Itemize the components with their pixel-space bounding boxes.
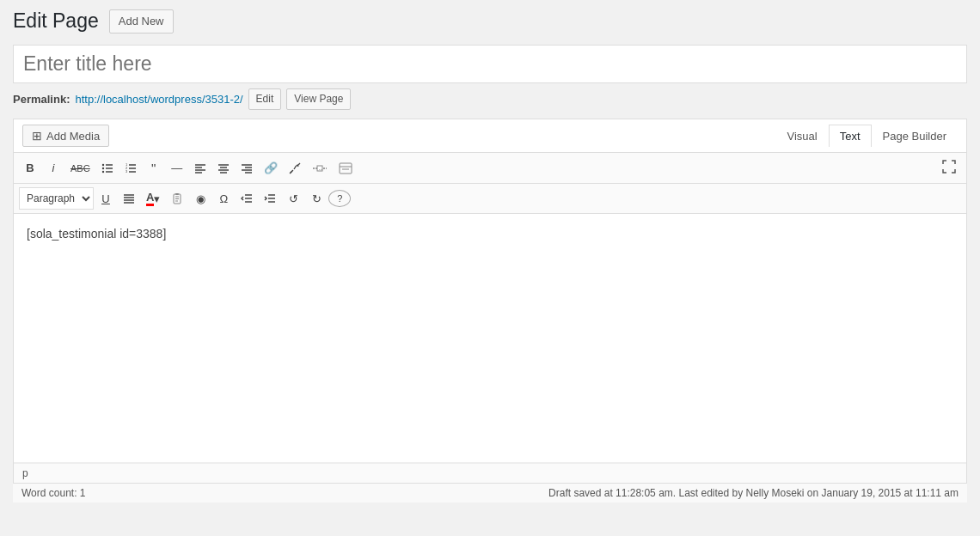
paragraph-select[interactable]: Paragraph bbox=[19, 187, 94, 210]
toggle-toolbar-button[interactable] bbox=[334, 157, 358, 180]
svg-point-5 bbox=[101, 170, 103, 172]
svg-point-4 bbox=[101, 167, 103, 168]
fullscreen-button[interactable] bbox=[937, 156, 961, 180]
horizontal-rule-button[interactable]: — bbox=[166, 157, 188, 180]
word-count-value: 1 bbox=[80, 487, 86, 499]
add-media-icon: ⊞ bbox=[32, 129, 42, 143]
toolbar-row-1: B i ABC 123 " — 🔗 bbox=[14, 153, 966, 184]
page-wrap: Edit Page Add New Permalink: http://loca… bbox=[0, 0, 980, 536]
page-header: Edit Page Add New bbox=[13, 9, 967, 34]
word-count-section: Word count: 1 bbox=[21, 487, 86, 499]
help-button[interactable]: ? bbox=[328, 190, 351, 207]
blockquote-button[interactable]: " bbox=[143, 157, 165, 180]
title-input[interactable] bbox=[13, 45, 967, 83]
align-left-button[interactable] bbox=[189, 157, 211, 180]
outdent-button[interactable] bbox=[236, 187, 258, 210]
justify-button[interactable] bbox=[118, 187, 140, 210]
underline-button[interactable]: U bbox=[95, 187, 117, 210]
permalink-edit-button[interactable]: Edit bbox=[248, 88, 282, 110]
svg-text:3: 3 bbox=[126, 169, 128, 174]
undo-button[interactable]: ↺ bbox=[282, 187, 304, 210]
align-right-button[interactable] bbox=[236, 157, 258, 180]
svg-point-3 bbox=[101, 163, 103, 165]
align-center-button[interactable] bbox=[212, 157, 235, 180]
text-color-button[interactable]: A▾ bbox=[141, 187, 165, 210]
tab-page-builder[interactable]: Page Builder bbox=[872, 125, 958, 147]
svg-line-24 bbox=[290, 171, 292, 174]
ordered-list-button[interactable]: 123 bbox=[119, 157, 142, 180]
editor-area: ⊞ Add Media Visual Text Page Builder B i… bbox=[13, 119, 967, 484]
strikethrough-button[interactable]: ABC bbox=[65, 157, 95, 180]
svg-rect-37 bbox=[175, 193, 179, 195]
editor-top-bar: ⊞ Add Media Visual Text Page Builder bbox=[14, 119, 966, 153]
word-count-bar: Word count: 1 Draft saved at 11:28:05 am… bbox=[13, 484, 967, 502]
permalink-label: Permalink: bbox=[13, 93, 70, 106]
word-count-label: Word count: bbox=[21, 487, 77, 499]
svg-rect-29 bbox=[340, 163, 352, 174]
indent-button[interactable] bbox=[259, 187, 281, 210]
svg-text:···: ··· bbox=[318, 167, 322, 172]
insert-link-button[interactable]: 🔗 bbox=[259, 157, 283, 180]
editor-footer: p bbox=[14, 463, 966, 483]
add-new-button[interactable]: Add New bbox=[109, 9, 174, 34]
italic-button[interactable]: i bbox=[42, 157, 64, 180]
draft-status: Draft saved at 11:28:05 am. Last edited … bbox=[548, 487, 959, 499]
permalink-link[interactable]: http://localhost/wordpress/3531-2/ bbox=[75, 93, 242, 106]
paste-as-text-button[interactable] bbox=[166, 187, 188, 210]
unordered-list-button[interactable] bbox=[96, 157, 119, 180]
view-page-button[interactable]: View Page bbox=[286, 88, 351, 110]
add-media-button[interactable]: ⊞ Add Media bbox=[22, 125, 109, 147]
add-media-label: Add Media bbox=[46, 130, 100, 143]
special-chars-button[interactable]: Ω bbox=[212, 187, 235, 210]
editor-content[interactable]: [sola_testimonial id=3388] bbox=[14, 214, 966, 463]
redo-button[interactable]: ↻ bbox=[305, 187, 328, 210]
tab-text[interactable]: Text bbox=[829, 125, 872, 147]
editor-path: p bbox=[22, 467, 28, 479]
clear-formatting-button[interactable]: ◉ bbox=[189, 187, 211, 210]
tab-visual[interactable]: Visual bbox=[776, 125, 829, 147]
page-title: Edit Page bbox=[13, 9, 99, 34]
toolbar-row-2: Paragraph U A▾ ◉ Ω ↺ ↻ ? bbox=[14, 184, 966, 214]
remove-link-button[interactable] bbox=[284, 157, 306, 180]
shortcode-text: [sola_testimonial id=3388] bbox=[27, 227, 166, 241]
editor-tabs: Visual Text Page Builder bbox=[776, 125, 958, 147]
svg-line-25 bbox=[297, 163, 300, 166]
insert-more-button[interactable]: ··· bbox=[307, 157, 333, 180]
bold-button[interactable]: B bbox=[19, 157, 41, 180]
permalink-bar: Permalink: http://localhost/wordpress/35… bbox=[13, 88, 967, 110]
